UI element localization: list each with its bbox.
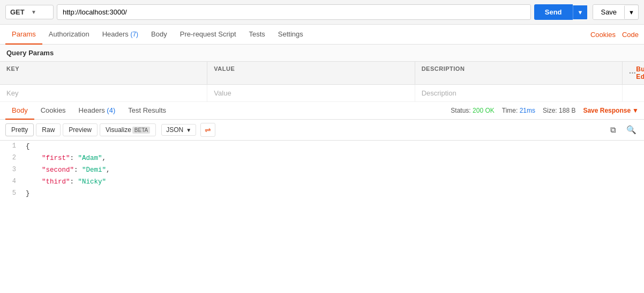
code-bar: Pretty Raw Preview VisualizeBETA JSON ▼ … (0, 120, 644, 141)
send-dropdown-button[interactable]: ▼ (573, 5, 588, 19)
bulk-edit-button[interactable]: Bulk Edit (636, 65, 644, 80)
tab-right-links: Cookies Code (590, 31, 639, 39)
view-preview-button[interactable]: Preview (63, 123, 98, 136)
format-chevron-icon: ▼ (186, 127, 191, 133)
resp-tab-test-results[interactable]: Test Results (122, 102, 173, 120)
row-actions-cell (623, 85, 644, 101)
tab-settings[interactable]: Settings (272, 25, 310, 45)
resp-tab-body[interactable]: Body (5, 102, 34, 120)
value-cell[interactable]: Value (207, 85, 415, 101)
code-line-1: 1 { (0, 141, 644, 152)
save-group: Save ▼ (593, 4, 639, 20)
time-label: Time: 21ms (502, 107, 535, 114)
key-cell[interactable]: Key (0, 85, 207, 101)
method-value: GET (10, 8, 28, 16)
code-bar-right: ⧉ 🔍 (605, 123, 639, 137)
view-raw-button[interactable]: Raw (36, 123, 61, 136)
status-value: 200 OK (473, 107, 495, 114)
save-button[interactable]: Save (593, 5, 624, 19)
tab-prerequest[interactable]: Pre-request Script (174, 25, 243, 45)
query-params-header: Query Params (0, 45, 644, 62)
format-value: JSON (166, 126, 183, 134)
save-response-chevron-icon: ▼ (632, 107, 639, 114)
beta-badge: BETA (132, 127, 150, 134)
method-select[interactable]: GET ▼ (5, 5, 54, 19)
resp-headers-badge: (4) (107, 106, 115, 114)
cookies-link[interactable]: Cookies (590, 31, 616, 39)
save-response-button[interactable]: Save Response ▼ (583, 107, 639, 114)
line-num-5: 5 (0, 188, 21, 199)
tab-body[interactable]: Body (145, 25, 174, 45)
size-label: Size: 188 B (543, 107, 575, 114)
send-group: Send ▼ (534, 4, 588, 20)
tab-headers[interactable]: Headers (7) (96, 25, 145, 45)
send-button[interactable]: Send (534, 4, 573, 20)
size-value: 188 B (559, 107, 575, 114)
code-line-2: 2 "first": "Adam", (0, 152, 644, 164)
response-status-bar: Status: 200 OK Time: 21ms Size: 188 B Sa… (451, 107, 639, 114)
code-line-5: 5 } (0, 188, 644, 200)
view-pretty-button[interactable]: Pretty (5, 123, 34, 136)
method-chevron-icon: ▼ (31, 9, 49, 15)
line-num-3: 3 (0, 165, 21, 175)
wrap-button[interactable]: ⇌ (200, 123, 215, 137)
params-table-header: KEY VALUE DESCRIPTION ··· Bulk Edit (0, 62, 644, 85)
time-value: 21ms (520, 107, 535, 114)
tab-tests[interactable]: Tests (243, 25, 272, 45)
copy-button[interactable]: ⧉ (605, 123, 620, 137)
format-select[interactable]: JSON ▼ (161, 124, 196, 136)
code-line-3: 3 "second": "Demi", (0, 164, 644, 176)
search-button[interactable]: 🔍 (624, 123, 639, 137)
params-placeholder-row: Key Value Description (0, 85, 644, 102)
response-tab-bar: Body Cookies Headers (4) Test Results St… (0, 102, 644, 120)
col-value: VALUE (207, 62, 415, 84)
request-tab-bar: Params Authorization Headers (7) Body Pr… (0, 25, 644, 45)
view-visualize-button[interactable]: VisualizeBETA (100, 123, 156, 136)
tab-params[interactable]: Params (5, 25, 42, 45)
more-options-icon[interactable]: ··· (629, 69, 636, 77)
col-actions: ··· Bulk Edit (623, 62, 644, 84)
code-area: 1 { 2 "first": "Adam", 3 "second": "Demi… (0, 141, 644, 205)
line-num-2: 2 (0, 153, 21, 163)
line-num-1: 1 (0, 141, 21, 151)
description-cell[interactable]: Description (415, 85, 623, 101)
save-dropdown-button[interactable]: ▼ (624, 6, 638, 19)
line-num-4: 4 (0, 177, 21, 187)
toolbar: GET ▼ Send ▼ Save ▼ (0, 0, 644, 25)
resp-tab-headers[interactable]: Headers (4) (72, 102, 122, 120)
col-key: KEY (0, 62, 207, 84)
col-description: DESCRIPTION (415, 62, 623, 84)
status-label: Status: 200 OK (451, 107, 494, 114)
resp-tab-cookies[interactable]: Cookies (34, 102, 72, 120)
code-link[interactable]: Code (622, 31, 639, 39)
code-line-4: 4 "third": "Nicky" (0, 176, 644, 188)
tab-authorization[interactable]: Authorization (42, 25, 96, 45)
headers-badge: (7) (130, 31, 138, 38)
url-input[interactable] (57, 4, 531, 20)
